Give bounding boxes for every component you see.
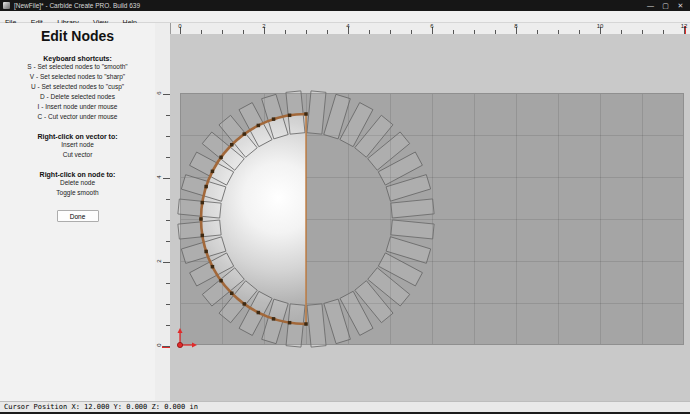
vector-node[interactable]	[204, 185, 208, 189]
ring-slat[interactable]	[178, 220, 221, 239]
ring-slat[interactable]	[391, 199, 434, 218]
shortcut-sharp: V - Set selected nodes to "sharp"	[0, 72, 155, 82]
rightclick-node-heading: Right-click on node to:	[0, 171, 155, 178]
shortcut-delete: D - Delete selected nodes	[0, 92, 155, 102]
ring-slat[interactable]	[391, 220, 434, 239]
vector-node[interactable]	[272, 317, 276, 321]
vector-node[interactable]	[211, 170, 215, 174]
design-svg[interactable]	[170, 34, 690, 401]
vector-node[interactable]	[199, 217, 203, 221]
ring-slat[interactable]	[307, 91, 326, 134]
ruler-corner	[155, 23, 170, 34]
ring-slat[interactable]	[286, 91, 305, 134]
vector-node[interactable]	[288, 114, 292, 118]
vector-node[interactable]	[230, 291, 234, 295]
origin-x-arrow	[192, 343, 197, 348]
vector-node[interactable]	[257, 124, 261, 128]
ruler-tick	[163, 262, 170, 263]
vector-cut-vector: Cut vector	[0, 150, 155, 160]
vector-node[interactable]	[201, 201, 205, 205]
ruler-label: 2	[262, 23, 265, 29]
ruler-left: 6420	[155, 23, 171, 401]
ring-slat[interactable]	[178, 199, 221, 218]
ring-slat[interactable]	[286, 304, 305, 347]
vector-insert-node: Insert node	[0, 140, 155, 150]
edit-nodes-panel: Edit Nodes Keyboard shortcuts: S - Set s…	[0, 23, 156, 401]
vector-node[interactable]	[230, 143, 234, 147]
vector-node[interactable]	[288, 321, 292, 325]
ruler-label: 6	[430, 23, 433, 29]
ruler-label: 8	[514, 23, 517, 29]
rightclick-vector-heading: Right-click on vector to:	[0, 133, 155, 140]
vector-node[interactable]	[257, 311, 261, 315]
shortcut-cut: C - Cut vector under mouse	[0, 112, 155, 122]
vector-node[interactable]	[272, 117, 276, 121]
vector-node[interactable]	[204, 250, 208, 254]
ruler-label: 10	[597, 23, 604, 29]
ruler-label: 0	[156, 341, 162, 349]
vector-node[interactable]	[219, 156, 223, 160]
ruler-label: 2	[156, 257, 162, 265]
shortcut-insert: I - Insert node under mouse	[0, 102, 155, 112]
title-bar: [NewFile]* - Carbide Create PRO. Build 6…	[0, 0, 690, 11]
ruler-label: 6	[156, 89, 162, 97]
node-toggle-smooth: Toggle smooth	[0, 188, 155, 198]
done-button[interactable]: Done	[57, 210, 99, 222]
ruler-label: 0	[178, 23, 181, 29]
app-icon	[3, 2, 10, 9]
origin-y-arrow	[178, 328, 183, 333]
vector-node[interactable]	[201, 234, 205, 238]
window-controls: — ▢ ✕	[643, 0, 688, 11]
minimize-button[interactable]: —	[643, 0, 658, 11]
ruler-tick	[163, 178, 170, 179]
ruler-label: 4	[346, 23, 349, 29]
ruler-tick	[163, 346, 170, 347]
vector-node[interactable]	[243, 302, 247, 306]
vector-node[interactable]	[219, 279, 223, 283]
maximize-button[interactable]: ▢	[658, 0, 673, 11]
panel-title: Edit Nodes	[0, 28, 155, 44]
shortcut-smooth: S - Set selected nodes to "smooth"	[0, 62, 155, 72]
vector-node[interactable]	[304, 322, 308, 326]
keyboard-shortcuts-heading: Keyboard shortcuts:	[0, 55, 155, 62]
ruler-label: 12	[681, 23, 688, 29]
ruler-label: 4	[156, 173, 162, 181]
origin-marker[interactable]	[177, 342, 182, 347]
ruler-tick	[163, 94, 170, 95]
close-button[interactable]: ✕	[673, 0, 688, 11]
node-delete-node: Delete node	[0, 178, 155, 188]
vector-node[interactable]	[211, 265, 215, 269]
vector-node[interactable]	[243, 132, 247, 136]
design-canvas[interactable]	[170, 34, 690, 401]
ring-slat[interactable]	[307, 304, 326, 347]
shortcut-cusp: U - Set selected nodes to "cusp"	[0, 82, 155, 92]
menu-bar: File Edit Library View Help	[0, 11, 690, 23]
window-title: [NewFile]* - Carbide Create PRO. Build 6…	[14, 0, 140, 11]
vector-node[interactable]	[304, 112, 308, 116]
